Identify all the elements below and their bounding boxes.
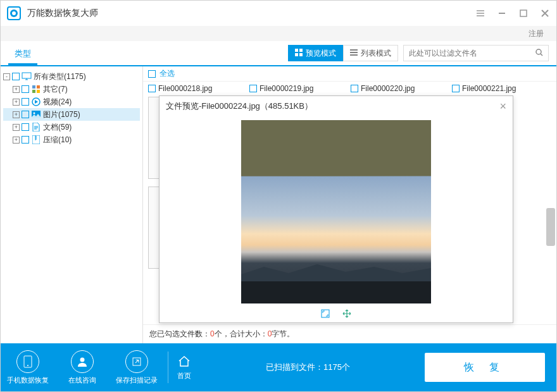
close-icon[interactable] (540, 8, 550, 18)
file-item[interactable]: File0000218.jpg (148, 84, 243, 93)
status-prefix: 您已勾选文件数： (149, 329, 210, 338)
tree-image-label: 图片(1075) (43, 109, 80, 120)
checkbox[interactable] (22, 85, 29, 93)
save-label: 保存扫描记录 (116, 376, 158, 385)
phone-icon (16, 350, 39, 373)
filter-input[interactable] (403, 45, 549, 61)
svg-rect-4 (299, 53, 303, 56)
preview-mode-button[interactable]: 预览模式 (288, 45, 343, 61)
checkbox[interactable] (351, 85, 358, 92)
tree-doc-label: 文档(59) (43, 122, 72, 133)
file-item[interactable]: File0000221.jpg (452, 84, 547, 93)
phone-label: 手机数据恢复 (7, 376, 49, 385)
scrollbar[interactable] (546, 208, 555, 246)
recover-button[interactable]: 恢 复 (425, 353, 545, 382)
tree-zip-label: 压缩(10) (43, 135, 72, 145)
other-icon (31, 84, 41, 94)
expander-icon[interactable]: + (13, 99, 20, 106)
preview-modal: 文件预览-File0000224.jpg（485.51KB） × (159, 95, 513, 323)
home-label: 首页 (177, 371, 191, 381)
preview-mode-label: 预览模式 (306, 48, 336, 59)
svg-rect-7 (32, 85, 35, 89)
minimize-icon[interactable] (497, 8, 507, 18)
register-row: 注册 (1, 26, 556, 41)
svg-point-18 (80, 357, 85, 362)
close-icon[interactable]: × (499, 100, 506, 113)
svg-rect-15 (322, 310, 329, 317)
expander-icon[interactable]: - (3, 73, 10, 80)
preview-photo (241, 120, 431, 303)
tab-type[interactable]: 类型 (8, 44, 37, 65)
home-button[interactable]: 首页 (177, 354, 191, 381)
file-item[interactable]: File0000219.jpg (249, 84, 344, 93)
status-count: 0 (210, 329, 215, 338)
scan-status: 已扫描到文件：1175个 (191, 362, 425, 373)
tree-root[interactable]: - 所有类型(1175) (3, 70, 140, 83)
grid-icon (295, 49, 303, 58)
file-item[interactable]: File0000220.jpg (351, 84, 446, 93)
expander-icon[interactable]: + (13, 111, 20, 118)
svg-rect-2 (299, 49, 303, 52)
footer: 手机数据恢复 在线咨询 保存扫描记录 首页 已扫描到文件：1175个 恢 复 (1, 343, 556, 391)
select-all-checkbox[interactable] (148, 70, 156, 78)
tree-video-label: 视频(24) (43, 97, 72, 107)
select-all-link[interactable]: 全选 (160, 68, 175, 79)
titlebar: 万能数据恢复大师 (1, 1, 556, 26)
file-name: File0000218.jpg (158, 84, 212, 93)
app-logo (7, 6, 21, 20)
file-name: File0000219.jpg (260, 84, 313, 93)
expander-icon[interactable]: + (13, 137, 20, 144)
sidebar: - 所有类型(1175) + 其它(7) + 视频(24) + 图片(1075) (1, 66, 143, 343)
home-icon (177, 354, 191, 369)
list-mode-button[interactable]: 列表模式 (343, 45, 398, 61)
tree-video[interactable]: + 视频(24) (3, 95, 140, 108)
checkbox[interactable] (22, 123, 29, 131)
list-mode-label: 列表模式 (361, 48, 391, 59)
export-icon (125, 350, 148, 373)
checkbox[interactable] (249, 85, 257, 92)
archive-icon (31, 135, 41, 145)
selection-status: 您已勾选文件数：0个，合计大小：0字节。 (143, 324, 556, 343)
image-icon (31, 109, 41, 119)
svg-point-13 (34, 113, 35, 114)
phone-recovery-button[interactable]: 手机数据恢复 (1, 343, 55, 391)
divider (168, 352, 168, 383)
menu-icon[interactable] (475, 8, 485, 18)
list-icon (350, 49, 358, 58)
checkbox[interactable] (12, 73, 20, 80)
svg-rect-6 (22, 73, 31, 78)
checkbox[interactable] (148, 85, 156, 92)
file-name: File0000220.jpg (361, 84, 415, 93)
tree-doc[interactable]: + 文档(59) (3, 121, 140, 133)
online-consult-button[interactable]: 在线咨询 (55, 343, 110, 391)
svg-rect-0 (520, 10, 527, 16)
tree-root-label: 所有类型(1175) (34, 71, 86, 82)
online-label: 在线咨询 (68, 376, 96, 385)
monitor-icon (22, 71, 32, 82)
tree-image[interactable]: + 图片(1075) (3, 108, 140, 121)
preview-titlebar[interactable]: 文件预览-File0000224.jpg（485.51KB） × (160, 96, 513, 116)
document-icon (31, 122, 41, 132)
maximize-icon[interactable] (518, 8, 529, 18)
save-scan-button[interactable]: 保存扫描记录 (110, 343, 164, 391)
svg-point-17 (27, 365, 28, 366)
fullscreen-icon[interactable] (321, 309, 330, 321)
checkbox[interactable] (22, 98, 29, 106)
app-title: 万能数据恢复大师 (27, 8, 475, 19)
tree-other[interactable]: + 其它(7) (3, 83, 140, 95)
svg-rect-8 (37, 85, 40, 89)
tree-other-label: 其它(7) (43, 84, 68, 95)
tree-zip[interactable]: + 压缩(10) (3, 133, 140, 146)
person-icon (71, 350, 94, 373)
svg-rect-3 (295, 53, 298, 56)
svg-rect-10 (37, 90, 40, 93)
move-icon[interactable] (342, 309, 351, 321)
status-size-suffix: 字节。 (272, 329, 294, 338)
checkbox[interactable] (452, 85, 460, 92)
checkbox[interactable] (22, 111, 29, 118)
expander-icon[interactable]: + (13, 86, 20, 93)
checkbox[interactable] (22, 136, 29, 144)
register-link[interactable]: 注册 (529, 28, 544, 39)
expander-icon[interactable]: + (13, 124, 20, 131)
search-icon[interactable] (535, 48, 544, 59)
